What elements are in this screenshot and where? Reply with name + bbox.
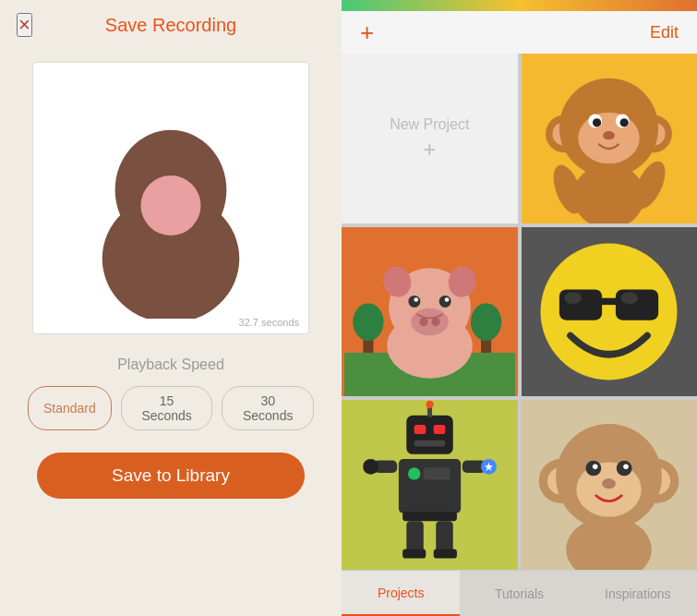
svg-point-27	[408, 296, 420, 308]
svg-point-38	[621, 292, 639, 304]
edit-button[interactable]: Edit	[650, 23, 679, 42]
duration-label: 32.7 seconds	[239, 317, 299, 328]
left-panel: × Save Recording 32.7 seconds Playback S…	[0, 0, 342, 616]
svg-rect-40	[414, 425, 426, 434]
svg-point-55	[363, 459, 379, 475]
svg-point-13	[603, 131, 615, 139]
preview-canvas: 32.7 seconds	[32, 62, 309, 334]
svg-rect-49	[406, 521, 424, 552]
top-banner	[342, 0, 697, 11]
tab-bar: Projects Tutorials Inspirations	[342, 570, 697, 616]
svg-point-20	[471, 303, 501, 341]
right-header: + Edit	[342, 11, 697, 54]
svg-rect-39	[406, 415, 452, 453]
svg-point-11	[593, 119, 601, 127]
svg-point-46	[408, 467, 420, 479]
svg-rect-41	[433, 425, 445, 434]
svg-point-43	[426, 401, 433, 408]
svg-point-18	[353, 303, 383, 341]
svg-rect-45	[399, 459, 461, 513]
new-project-label: New Project	[390, 116, 469, 133]
svg-point-24	[411, 308, 449, 336]
svg-point-25	[419, 318, 427, 326]
project-monkey2[interactable]	[522, 400, 698, 570]
svg-point-30	[444, 297, 449, 302]
svg-point-67	[602, 478, 616, 489]
svg-point-2	[141, 175, 201, 235]
new-project-cell[interactable]: New Project +	[342, 54, 518, 223]
add-project-icon[interactable]: +	[360, 20, 374, 44]
svg-point-29	[414, 297, 418, 302]
svg-point-68	[567, 516, 653, 570]
speed-buttons: Standard 15 Seconds 30 Seconds	[28, 386, 314, 430]
pig-svg	[344, 227, 515, 397]
tab-inspirations[interactable]: Inspirations	[579, 571, 697, 616]
project-monkey[interactable]	[522, 54, 698, 223]
svg-rect-50	[436, 521, 453, 552]
svg-rect-35	[616, 289, 658, 320]
monkey-svg	[523, 54, 694, 223]
svg-point-37	[565, 292, 583, 304]
svg-point-28	[439, 296, 451, 308]
speed-30sec[interactable]: 30 Seconds	[222, 386, 314, 430]
svg-point-14	[573, 164, 645, 223]
svg-rect-36	[599, 298, 619, 305]
svg-rect-48	[403, 512, 457, 521]
project-pig[interactable]	[342, 227, 518, 397]
close-button[interactable]: ×	[17, 13, 32, 37]
playback-speed-label: Playback Speed	[117, 356, 224, 373]
svg-rect-51	[403, 549, 426, 558]
speed-standard[interactable]: Standard	[28, 386, 112, 430]
project-robot[interactable]	[342, 400, 518, 570]
right-panel: + Edit New Project +	[342, 0, 697, 616]
speed-15sec[interactable]: 15 Seconds	[121, 386, 213, 430]
svg-rect-52	[433, 549, 456, 558]
svg-rect-44	[414, 440, 445, 446]
panel-title: Save Recording	[105, 15, 236, 36]
robot-svg	[344, 400, 515, 570]
project-smiley[interactable]	[522, 227, 698, 397]
tab-tutorials[interactable]: Tutorials	[460, 571, 578, 616]
svg-point-65	[593, 464, 598, 469]
projects-grid: New Project +	[342, 54, 697, 570]
monkey2-svg	[523, 400, 694, 570]
tab-projects[interactable]: Projects	[342, 571, 460, 616]
preview-svg	[69, 79, 272, 319]
svg-point-26	[431, 318, 439, 326]
svg-point-12	[620, 119, 629, 127]
svg-rect-34	[559, 289, 602, 320]
svg-point-66	[623, 464, 629, 469]
smiley-svg	[523, 227, 694, 397]
new-project-plus-icon: +	[423, 139, 436, 161]
svg-rect-47	[424, 467, 451, 479]
save-to-library-button[interactable]: Save to Library	[37, 453, 305, 499]
